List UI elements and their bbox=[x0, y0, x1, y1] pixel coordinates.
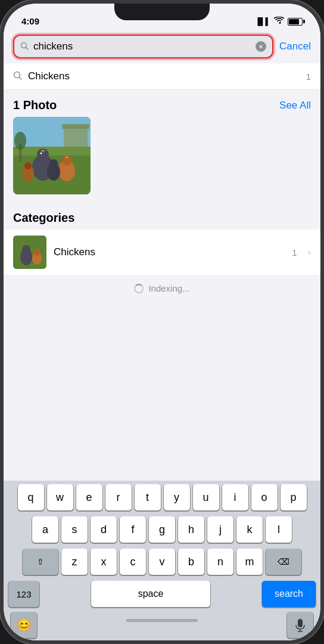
key-b[interactable]: b bbox=[178, 549, 204, 575]
home-indicator-spacer bbox=[37, 612, 287, 628]
key-n[interactable]: n bbox=[207, 549, 233, 575]
suggestion-search-icon bbox=[13, 71, 22, 82]
keyboard-row-3: ⇧ z x c v b n m ⌫ bbox=[6, 549, 318, 575]
svg-point-24 bbox=[22, 245, 30, 253]
categories-title: Categories bbox=[4, 203, 320, 230]
delete-key[interactable]: ⌫ bbox=[266, 549, 301, 575]
key-k[interactable]: k bbox=[236, 516, 263, 543]
wifi-icon bbox=[274, 17, 284, 26]
key-s[interactable]: s bbox=[61, 516, 88, 543]
search-key[interactable]: search bbox=[262, 581, 316, 607]
key-z[interactable]: z bbox=[61, 549, 88, 575]
battery-icon bbox=[288, 18, 303, 26]
key-d[interactable]: d bbox=[91, 516, 117, 543]
key-a[interactable]: a bbox=[32, 516, 58, 543]
svg-point-21 bbox=[14, 132, 26, 150]
category-count: 1 bbox=[292, 247, 297, 258]
search-input[interactable]: chickens bbox=[33, 41, 251, 52]
key-r[interactable]: r bbox=[105, 484, 132, 510]
key-q[interactable]: q bbox=[18, 484, 44, 510]
phone-frame: 4:09 ▐▌▌ bbox=[0, 0, 324, 644]
search-icon bbox=[20, 42, 29, 52]
svg-point-19 bbox=[49, 159, 58, 168]
space-key[interactable]: space bbox=[91, 581, 210, 607]
key-m[interactable]: m bbox=[236, 549, 263, 575]
indexing-spinner bbox=[134, 284, 144, 293]
shift-key[interactable]: ⇧ bbox=[23, 549, 58, 575]
key-w[interactable]: w bbox=[47, 484, 73, 510]
key-e[interactable]: e bbox=[76, 484, 102, 510]
key-x[interactable]: x bbox=[91, 549, 117, 575]
indexing-text: Indexing... bbox=[148, 283, 189, 293]
key-u[interactable]: u bbox=[193, 484, 219, 510]
key-p[interactable]: p bbox=[281, 484, 307, 510]
see-all-button[interactable]: See All bbox=[279, 100, 311, 112]
categories-section: Categories Chickens 1 › bbox=[4, 203, 320, 275]
suggestion-count: 1 bbox=[306, 72, 311, 82]
category-name: Chickens bbox=[54, 246, 285, 258]
phone-screen: 4:09 ▐▌▌ bbox=[4, 4, 320, 640]
key-y[interactable]: y bbox=[164, 484, 190, 510]
svg-point-26 bbox=[33, 249, 40, 256]
svg-point-17 bbox=[24, 162, 32, 169]
key-i[interactable]: i bbox=[222, 484, 248, 510]
key-h[interactable]: h bbox=[178, 516, 204, 543]
key-f[interactable]: f bbox=[120, 516, 146, 543]
numbers-key[interactable]: 123 bbox=[8, 581, 39, 607]
indexing-row: Indexing... bbox=[4, 275, 320, 302]
clear-button[interactable]: × bbox=[256, 41, 266, 52]
status-icons: ▐▌▌ bbox=[255, 17, 303, 26]
photos-section-header: 1 Photo See All bbox=[4, 90, 320, 117]
key-v[interactable]: v bbox=[149, 549, 175, 575]
svg-rect-6 bbox=[62, 124, 89, 129]
photos-section: 1 Photo See All bbox=[4, 90, 320, 203]
emoji-key[interactable]: 😊 bbox=[11, 612, 37, 638]
key-l[interactable]: l bbox=[266, 516, 292, 543]
keyboard: q w e r t y u i o p a s d f g h j k bbox=[4, 481, 320, 640]
notch bbox=[114, 4, 210, 20]
key-t[interactable]: t bbox=[135, 484, 161, 510]
suggestion-text: Chickens bbox=[28, 70, 300, 82]
photos-section-title: 1 Photo bbox=[13, 98, 57, 112]
key-c[interactable]: c bbox=[120, 549, 146, 575]
svg-point-12 bbox=[40, 153, 42, 154]
photo-thumbnail[interactable] bbox=[13, 117, 91, 194]
signal-icon: ▐▌▌ bbox=[255, 17, 270, 26]
keyboard-bottom-row: 123 space search bbox=[6, 581, 318, 612]
svg-line-1 bbox=[26, 47, 29, 49]
svg-rect-5 bbox=[64, 126, 88, 147]
keyboard-row-1: q w e r t y u i o p bbox=[6, 484, 318, 510]
svg-rect-8 bbox=[13, 147, 91, 156]
key-j[interactable]: j bbox=[207, 516, 233, 543]
keyboard-extra-row: 😊 bbox=[6, 612, 318, 640]
suggestion-row[interactable]: Chickens 1 bbox=[4, 63, 320, 90]
status-time: 4:09 bbox=[21, 16, 39, 26]
category-row[interactable]: Chickens 1 › bbox=[4, 230, 320, 275]
cancel-button[interactable]: Cancel bbox=[279, 41, 311, 52]
search-bar-container: chickens × Cancel bbox=[4, 30, 320, 63]
category-chevron-icon: › bbox=[308, 247, 311, 258]
key-o[interactable]: o bbox=[251, 484, 278, 510]
keyboard-row-2: a s d f g h j k l bbox=[6, 516, 318, 543]
svg-line-3 bbox=[20, 78, 22, 80]
mic-key[interactable] bbox=[287, 612, 313, 638]
category-thumbnail bbox=[13, 236, 46, 269]
svg-rect-27 bbox=[298, 619, 303, 627]
key-g[interactable]: g bbox=[149, 516, 175, 543]
search-bar[interactable]: chickens × bbox=[13, 35, 273, 58]
photo-grid bbox=[4, 117, 320, 203]
